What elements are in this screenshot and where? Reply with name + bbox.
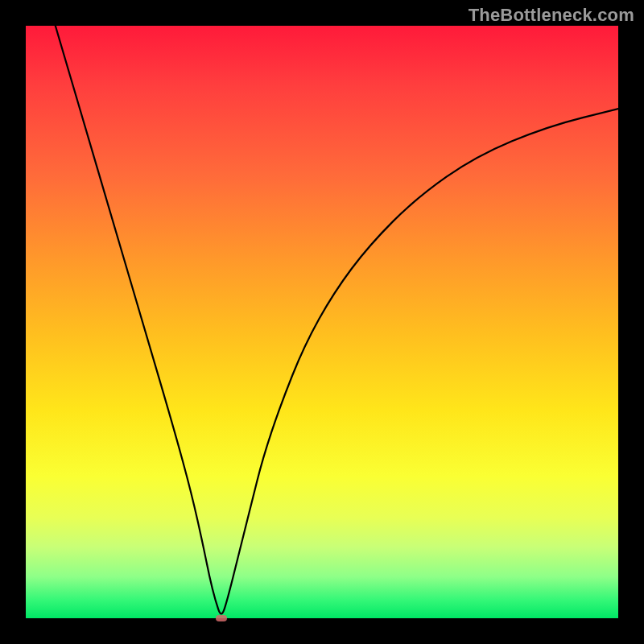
chart-frame: TheBottleneck.com — [0, 0, 644, 644]
watermark-text: TheBottleneck.com — [469, 5, 634, 26]
minimum-marker — [216, 615, 227, 621]
bottleneck-curve — [26, 26, 618, 618]
plot-area — [26, 26, 618, 618]
